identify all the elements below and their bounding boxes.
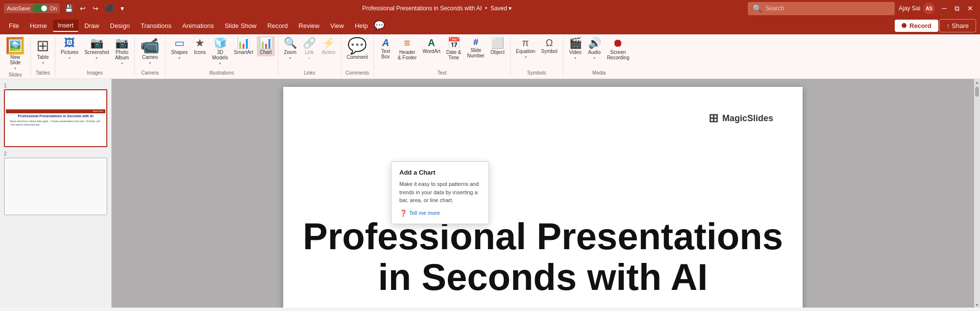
menu-home[interactable]: Home	[25, 20, 52, 31]
slide-thumbnail-1[interactable]: 1 MagicSlides Professional Presentations…	[4, 83, 107, 147]
cameo-button[interactable]: 📹 Cameo ▾	[138, 36, 162, 67]
ribbon-group-label-images: Images	[58, 70, 131, 77]
audio-button[interactable]: 🔊 Audio ▾	[586, 36, 604, 62]
chart-button[interactable]: 📊 Chart	[257, 36, 275, 56]
slide-title-text[interactable]: Professional Presentationsin Seconds wit…	[283, 216, 803, 298]
thumb-title: Professional Presentations in Seconds wi…	[14, 113, 97, 119]
menu-insert[interactable]: Insert	[53, 20, 79, 32]
chart-tooltip-link[interactable]: ❓ Tell me more	[399, 209, 481, 217]
photo-album-button[interactable]: 📷 PhotoAlbum ▾	[113, 36, 131, 67]
wordart-button[interactable]: A WordArt	[420, 36, 443, 55]
slide-thumbnail-2[interactable]: 2	[4, 151, 107, 215]
photo-album-icon: 📷	[115, 38, 128, 49]
object-button[interactable]: ⬜ Object	[488, 36, 507, 56]
screen-recording-button[interactable]: ⏺ ScreenRecording	[605, 36, 632, 62]
saved-status: Saved	[490, 5, 507, 12]
pictures-button[interactable]: 🖼 Pictures ▾	[58, 36, 81, 62]
menu-animations[interactable]: Animations	[177, 20, 219, 31]
action-icon: ⚡	[322, 38, 335, 49]
minimize-button[interactable]: ─	[939, 3, 950, 14]
share-button[interactable]: ↑ Share	[939, 19, 976, 32]
thumb-top-bar: MagicSlides	[6, 109, 105, 113]
menu-review[interactable]: Review	[294, 20, 324, 31]
equation-button[interactable]: π Equation ▾	[514, 36, 538, 61]
menu-record[interactable]: Record	[262, 20, 293, 31]
present-button[interactable]: ⬛	[103, 3, 116, 13]
menu-help[interactable]: Help	[350, 20, 373, 31]
slide-main[interactable]: ⊞ MagicSlides Professional Presentations…	[283, 87, 803, 308]
new-slide-button[interactable]: 🖼️ NewSlide ▾	[3, 36, 27, 72]
slide-thumb-2[interactable]	[4, 157, 107, 215]
chart-tooltip-description: Make it easy to spot patterns and trends…	[399, 180, 481, 205]
screen-recording-icon: ⏺	[612, 38, 623, 49]
restore-button[interactable]: ⧉	[952, 3, 962, 14]
link-button[interactable]: 🔗 Link ▾	[300, 36, 318, 62]
menu-file[interactable]: File	[4, 20, 24, 31]
slide-panel: 1 MagicSlides Professional Presentations…	[0, 79, 112, 308]
date-time-button[interactable]: 📅 Date &Time	[444, 36, 464, 62]
ribbon-group-label-camera: Camera	[138, 70, 162, 77]
slide-thumb-1[interactable]: MagicSlides Professional Presentations i…	[4, 89, 107, 147]
menu-view[interactable]: View	[325, 20, 349, 31]
close-button[interactable]: ✕	[964, 3, 976, 14]
scroll-down-arrow[interactable]: ▼	[975, 303, 980, 308]
search-input[interactable]	[765, 5, 890, 12]
save-button[interactable]: 💾	[63, 3, 75, 13]
icons-button[interactable]: ★ Icons	[191, 36, 209, 56]
comment-button[interactable]: 💬 Comment	[344, 36, 370, 61]
ribbon-group-tables: ⊞ Table ▾ Tables	[31, 36, 55, 77]
autosave-badge[interactable]: AutoSave On	[4, 3, 60, 13]
right-scrollbar[interactable]: ▲ ▼	[974, 79, 980, 308]
main-area: 1 MagicSlides Professional Presentations…	[0, 79, 980, 308]
scroll-up-arrow[interactable]: ▲	[975, 80, 980, 85]
link-icon: 🔗	[303, 38, 316, 49]
video-icon: 🎬	[569, 38, 582, 49]
symbol-button[interactable]: Ω Symbol	[539, 36, 560, 55]
ribbon-group-comments: 💬 Comment Comments	[342, 36, 374, 77]
slide-number-button[interactable]: # SlideNumber	[465, 36, 487, 60]
text-box-button[interactable]: A TextBox	[377, 36, 394, 61]
chart-tooltip-heading: Add a Chart	[399, 169, 481, 176]
ribbon: 🖼️ NewSlide ▾ Slides ⊞ Table ▾ Tables	[0, 34, 980, 79]
smartart-button[interactable]: 📊 SmartArt	[231, 36, 255, 56]
magic-slides-logo-text: MagicSlides	[722, 113, 773, 124]
share-icon: ↑	[947, 22, 950, 29]
autosave-toggle[interactable]	[32, 4, 48, 12]
undo-button[interactable]: ↩	[78, 3, 88, 13]
3d-models-button[interactable]: 🧊 3DModels ▾	[210, 36, 230, 67]
menu-design[interactable]: Design	[105, 20, 135, 31]
slide-number-icon: #	[473, 38, 478, 47]
user-name: Ajay Sai	[899, 5, 920, 12]
thumb-logo: MagicSlides	[93, 110, 103, 112]
shapes-button[interactable]: ▭ Shapes ▾	[169, 36, 190, 62]
search-box[interactable]: 🔍	[748, 2, 895, 15]
record-button[interactable]: Record	[895, 20, 938, 32]
slide-thumb-content-1: MagicSlides Professional Presentations i…	[6, 91, 105, 145]
ribbon-group-label-links: Links	[281, 70, 338, 77]
ribbon-group-label-illustrations: Illustrations	[169, 70, 275, 77]
screenshot-button[interactable]: 📷 Screenshot ▾	[82, 36, 112, 62]
title-bar-right: 🔍 Ajay Sai AS ─ ⧉ ✕	[748, 2, 976, 15]
action-button[interactable]: ⚡ Action	[319, 36, 338, 56]
symbol-icon: Ω	[545, 38, 553, 48]
ribbon-group-camera: 📹 Cameo ▾ Camera	[135, 36, 166, 77]
more-options-button[interactable]: ▾	[119, 3, 126, 13]
zoom-button[interactable]: 🔍 Zoom ▾	[281, 36, 299, 62]
menu-draw[interactable]: Draw	[79, 20, 104, 31]
chart-icon: 📊	[259, 38, 272, 49]
scroll-thumb[interactable]	[975, 87, 979, 97]
equation-icon: π	[522, 38, 529, 48]
video-button[interactable]: 🎬 Video ▾	[566, 36, 585, 62]
slide-number-1: 1	[4, 83, 107, 88]
header-footer-button[interactable]: ≡ Header& Footer	[395, 36, 419, 62]
slide-canvas: ⊞ MagicSlides Professional Presentations…	[112, 79, 974, 308]
table-button[interactable]: ⊞ Table ▾	[34, 36, 52, 67]
user-area: Ajay Sai AS	[899, 2, 935, 14]
menu-slideshow[interactable]: Slide Show	[220, 20, 261, 31]
redo-button[interactable]: ↪	[91, 3, 100, 13]
menu-transitions[interactable]: Transitions	[136, 20, 176, 31]
slide-number-2: 2	[4, 151, 107, 156]
comment-icon-button[interactable]: 💬	[374, 20, 385, 31]
ribbon-group-label-tables: Tables	[34, 70, 52, 77]
slide-thumb-content-2	[6, 159, 105, 213]
